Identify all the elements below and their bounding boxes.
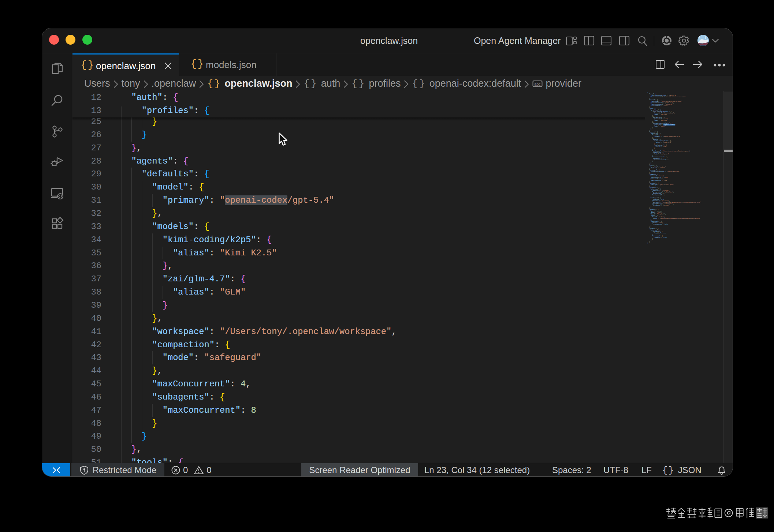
svg-text:abc: abc <box>535 82 541 86</box>
